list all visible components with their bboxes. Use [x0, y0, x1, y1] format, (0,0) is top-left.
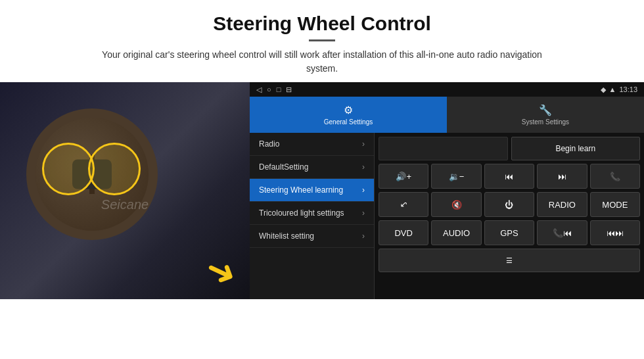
tab-system-settings[interactable]: 🔧 System Settings — [447, 97, 644, 133]
control-buttons-row2: ↪ 🔇 ⏻ RADIO MODE — [379, 192, 640, 217]
menu-tricoloured-label: Tricoloured light settings — [259, 208, 344, 218]
wheel-outer — [26, 108, 158, 240]
content-section: Seicane ➜ ◁ ○ □ ⊟ ◆ ▲ 13:13 — [0, 82, 644, 359]
menu-item-whitelist[interactable]: Whitelist setting › — [250, 225, 374, 248]
radio-empty-box — [379, 137, 508, 160]
page-container: Steering Wheel Control Your original car… — [0, 0, 644, 359]
nav-icons: ◁ ○ □ ⊟ — [256, 85, 292, 94]
vol-up-button[interactable]: 🔊+ — [379, 164, 428, 189]
control-buttons-row3: DVD AUDIO GPS 📞⏮ ⏮⏭ — [379, 220, 640, 245]
hang-up-button[interactable]: ↪ — [379, 192, 428, 217]
page-title: Steering Wheel Control — [26, 12, 618, 36]
call-button[interactable]: 📞 — [590, 164, 640, 189]
power-button[interactable]: ⏻ — [484, 192, 534, 217]
control-buttons-row4: ☰ — [379, 249, 640, 272]
tab-system-label: System Settings — [522, 118, 569, 126]
radio-btn[interactable]: RADIO — [537, 192, 587, 217]
menu-list-btn[interactable]: ☰ — [379, 249, 640, 272]
wifi-icon: ▲ — [609, 85, 616, 93]
chevron-icon: › — [362, 139, 365, 149]
title-divider — [309, 39, 335, 41]
header-section: Steering Wheel Control Your original car… — [0, 0, 644, 82]
dvd-label: DVD — [394, 228, 412, 238]
menu-steering-label: Steering Wheel learning — [259, 185, 343, 195]
car-image: Seicane ➜ — [0, 82, 250, 299]
left-menu: Radio › DefaultSetting › Steering Wheel … — [250, 133, 375, 299]
prev-track-button[interactable]: ⏮ — [484, 164, 534, 189]
highlight-circle-right — [88, 143, 141, 195]
gps-btn[interactable]: GPS — [484, 220, 534, 245]
prev-next-btn[interactable]: ⏮⏭ — [590, 220, 640, 245]
time-display: 13:13 — [619, 85, 637, 93]
menu-item-tricoloured[interactable]: Tricoloured light settings › — [250, 202, 374, 225]
menu-item-radio[interactable]: Radio › — [250, 133, 374, 156]
tab-general-label: General Settings — [324, 118, 373, 126]
system-settings-icon: 🔧 — [539, 104, 552, 116]
main-content: Radio › DefaultSetting › Steering Wheel … — [250, 133, 644, 299]
call-prev-btn[interactable]: 📞⏮ — [537, 220, 587, 245]
chevron-icon: › — [362, 231, 365, 241]
tab-bar: ⚙ General Settings 🔧 System Settings — [250, 97, 644, 133]
android-ui: ◁ ○ □ ⊟ ◆ ▲ 13:13 ⚙ General Settings — [250, 82, 644, 299]
radio-row: Begin learn — [379, 137, 640, 160]
menu-item-default-setting[interactable]: DefaultSetting › — [250, 156, 374, 179]
begin-learn-button[interactable]: Begin learn — [511, 137, 641, 160]
dvd-btn[interactable]: DVD — [379, 220, 428, 245]
radio-btn-label: RADIO — [549, 200, 576, 210]
menu-default-label: DefaultSetting — [259, 162, 308, 172]
subtitle: Your original car's steering wheel contr… — [92, 48, 552, 76]
status-right: ◆ ▲ 13:13 — [601, 85, 637, 94]
chevron-icon: › — [362, 208, 365, 218]
menu-whitelist-label: Whitelist setting — [259, 231, 314, 241]
status-bar: ◁ ○ □ ⊟ ◆ ▲ 13:13 — [250, 82, 644, 97]
gps-label: GPS — [500, 228, 518, 238]
mute-button[interactable]: 🔇 — [431, 192, 481, 217]
menu-radio-label: Radio — [259, 139, 279, 149]
audio-label: AUDIO — [443, 228, 470, 238]
mode-btn-label: MODE — [602, 200, 628, 210]
recents-icon[interactable]: □ — [277, 85, 281, 94]
location-icon: ◆ — [601, 85, 606, 94]
audio-btn[interactable]: AUDIO — [431, 220, 481, 245]
menu-item-steering-wheel[interactable]: Steering Wheel learning › — [250, 179, 374, 202]
steering-wheel — [20, 102, 164, 247]
control-buttons-row1: 🔊+ 🔉− ⏮ ⏭ 📞 — [379, 164, 640, 189]
arrow-icon: ➜ — [199, 246, 244, 297]
chevron-icon: › — [362, 185, 365, 195]
back-icon[interactable]: ◁ — [256, 85, 262, 94]
screenshot-icon[interactable]: ⊟ — [286, 85, 292, 94]
highlight-circle-left — [42, 143, 95, 195]
tab-general-settings[interactable]: ⚙ General Settings — [250, 97, 447, 133]
general-settings-icon: ⚙ — [344, 104, 353, 116]
vol-down-button[interactable]: 🔉− — [431, 164, 481, 189]
watermark: Seicane — [101, 197, 149, 212]
mode-btn[interactable]: MODE — [590, 192, 640, 217]
right-panel: Begin learn 🔊+ 🔉− ⏮ ⏭ 📞 ↪ 🔇 ⏻ — [375, 133, 644, 299]
next-track-button[interactable]: ⏭ — [537, 164, 587, 189]
chevron-icon: › — [362, 162, 365, 172]
home-icon[interactable]: ○ — [267, 85, 271, 94]
